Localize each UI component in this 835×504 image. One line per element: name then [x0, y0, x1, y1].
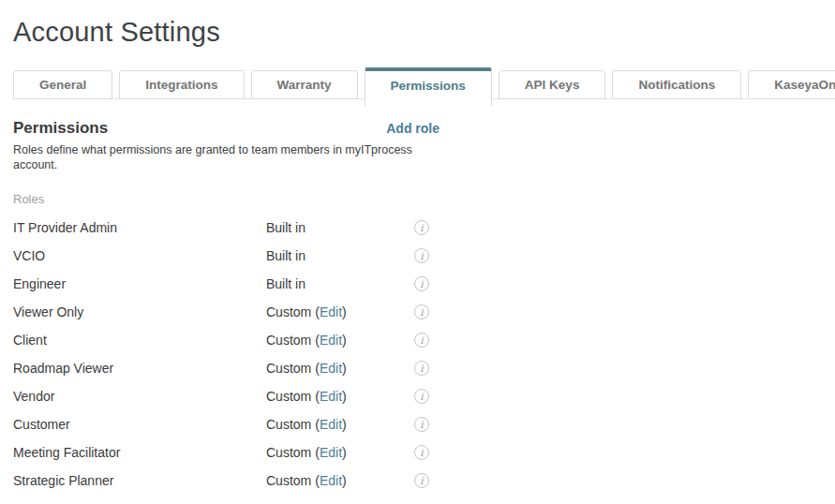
roles-label: Roles: [13, 192, 440, 206]
role-type: Custom (Edit): [266, 333, 414, 348]
tab-bar: General Integrations Warranty Permission…: [13, 67, 835, 106]
info-icon-glyph: i: [420, 222, 423, 232]
table-row: IT Provider Admin Built in i: [13, 214, 440, 242]
role-type-text: Built in: [266, 220, 306, 235]
permissions-section: Permissions Add role Roles define what p…: [13, 119, 440, 495]
info-icon[interactable]: i: [414, 333, 429, 348]
role-type: Custom (Edit): [266, 473, 414, 488]
role-type-text: Custom: [266, 361, 311, 376]
role-name: Vendor: [13, 389, 266, 404]
permissions-description: Roles define what permissions are grante…: [13, 142, 435, 172]
role-type: Custom (Edit): [266, 445, 414, 460]
info-icon-glyph: i: [420, 278, 423, 289]
edit-wrap: (Edit): [315, 304, 346, 319]
role-name: Customer: [13, 417, 266, 432]
role-type-text: Custom: [266, 333, 311, 348]
role-type-text: Custom: [266, 473, 311, 488]
tab-label: General: [39, 78, 86, 92]
tab-kaseyaone[interactable]: KaseyaOne: [748, 70, 835, 99]
add-role-link[interactable]: Add role: [386, 121, 440, 136]
info-icon[interactable]: i: [414, 445, 429, 460]
tab-notifications[interactable]: Notifications: [612, 70, 741, 99]
info-icon-glyph: i: [420, 334, 423, 345]
tab-label: KaseyaOne: [774, 78, 835, 92]
close-paren: ): [342, 417, 347, 432]
edit-wrap: (Edit): [315, 473, 346, 488]
table-row: Strategic Planner Custom (Edit) i: [13, 467, 440, 495]
tab-label: Notifications: [638, 78, 715, 92]
info-icon[interactable]: i: [414, 361, 429, 376]
info-icon-glyph: i: [420, 306, 423, 317]
role-name: Meeting Facilitator: [13, 445, 266, 460]
tab-integrations[interactable]: Integrations: [119, 70, 244, 99]
role-name: Viewer Only: [13, 304, 266, 319]
role-name: Client: [13, 333, 266, 348]
role-type: Built in: [266, 276, 414, 291]
close-paren: ): [342, 473, 347, 488]
edit-wrap: (Edit): [315, 389, 346, 404]
section-heading: Permissions: [13, 119, 108, 138]
edit-role-link[interactable]: Edit: [320, 389, 342, 404]
tab-label: API Keys: [525, 78, 580, 92]
close-paren: ): [342, 361, 347, 376]
table-row: Viewer Only Custom (Edit) i: [13, 298, 440, 326]
account-settings-page: Account Settings General Integrations Wa…: [0, 0, 835, 495]
info-icon[interactable]: i: [414, 417, 429, 432]
role-type: Custom (Edit): [266, 361, 414, 376]
tab-label: Permissions: [391, 79, 466, 93]
close-paren: ): [342, 445, 347, 460]
info-icon[interactable]: i: [414, 248, 429, 263]
table-row: Vendor Custom (Edit) i: [13, 382, 440, 410]
role-name: VCIO: [13, 248, 266, 263]
edit-role-link[interactable]: Edit: [320, 473, 342, 488]
info-icon[interactable]: i: [414, 304, 429, 319]
tab-permissions[interactable]: Permissions: [365, 67, 492, 106]
close-paren: ): [342, 333, 347, 348]
table-row: Meeting Facilitator Custom (Edit) i: [13, 438, 440, 467]
role-type: Custom (Edit): [266, 389, 414, 404]
info-icon[interactable]: i: [414, 473, 429, 488]
tab-label: Integrations: [145, 78, 217, 92]
edit-role-link[interactable]: Edit: [320, 333, 342, 348]
info-icon-glyph: i: [420, 419, 423, 429]
role-type: Custom (Edit): [266, 304, 414, 319]
edit-role-link[interactable]: Edit: [320, 445, 342, 460]
table-row: Engineer Built in i: [13, 270, 440, 298]
info-icon[interactable]: i: [414, 220, 429, 235]
role-name: Strategic Planner: [13, 473, 266, 488]
role-type-text: Custom: [266, 304, 311, 319]
role-type-text: Built in: [266, 276, 306, 291]
table-row: Client Custom (Edit) i: [13, 326, 440, 354]
info-icon-glyph: i: [420, 363, 423, 373]
role-type: Built in: [266, 220, 414, 235]
permissions-header: Permissions Add role: [13, 119, 440, 138]
edit-wrap: (Edit): [315, 445, 346, 460]
tab-api-keys[interactable]: API Keys: [499, 70, 606, 99]
table-row: Customer Custom (Edit) i: [13, 410, 440, 438]
tab-warranty[interactable]: Warranty: [251, 70, 358, 99]
page-title: Account Settings: [13, 0, 835, 49]
tab-label: Warranty: [277, 78, 332, 92]
info-icon-glyph: i: [420, 391, 423, 401]
info-icon-glyph: i: [420, 250, 423, 260]
role-type: Built in: [266, 248, 414, 263]
edit-role-link[interactable]: Edit: [320, 304, 342, 319]
info-icon-glyph: i: [420, 447, 423, 457]
role-type-text: Custom: [266, 417, 311, 432]
tab-general[interactable]: General: [13, 70, 112, 99]
role-name: Roadmap Viewer: [13, 361, 266, 376]
info-icon[interactable]: i: [414, 389, 429, 404]
info-icon-glyph: i: [420, 475, 423, 485]
role-type: Custom (Edit): [266, 417, 414, 432]
edit-role-link[interactable]: Edit: [320, 361, 342, 376]
edit-role-link[interactable]: Edit: [320, 417, 342, 432]
close-paren: ): [342, 389, 347, 404]
role-name: IT Provider Admin: [13, 220, 266, 235]
info-icon[interactable]: i: [414, 276, 429, 291]
roles-list: IT Provider Admin Built in i VCIO Built …: [13, 214, 440, 495]
edit-wrap: (Edit): [315, 417, 346, 432]
close-paren: ): [342, 304, 347, 319]
role-type-text: Custom: [266, 445, 311, 460]
role-type-text: Custom: [266, 389, 311, 404]
table-row: Roadmap Viewer Custom (Edit) i: [13, 354, 440, 382]
